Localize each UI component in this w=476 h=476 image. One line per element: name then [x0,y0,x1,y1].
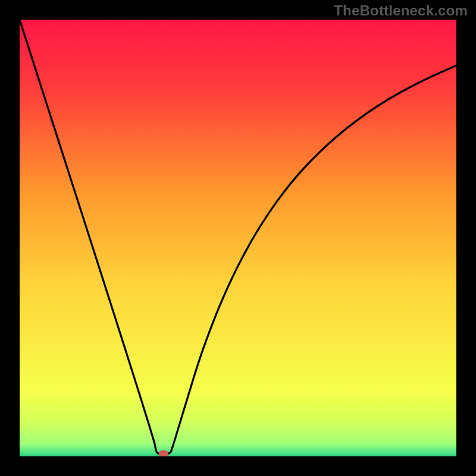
watermark-text: TheBottleneck.com [334,2,468,19]
bottleneck-marker [159,450,168,456]
chart-curve [20,20,456,456]
chart-frame: TheBottleneck.com [0,0,476,476]
plot-area [20,20,456,456]
